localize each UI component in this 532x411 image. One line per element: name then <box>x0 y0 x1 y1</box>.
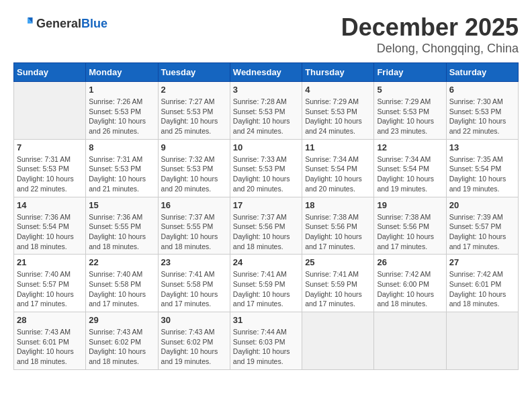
day-info: Sunrise: 7:27 AMSunset: 5:53 PMDaylight:… <box>161 97 227 136</box>
day-info: Sunrise: 7:31 AMSunset: 5:53 PMDaylight:… <box>89 154 154 194</box>
calendar-day-cell: 14Sunrise: 7:36 AMSunset: 5:54 PMDayligh… <box>14 197 86 255</box>
calendar-day-cell: 2Sunrise: 7:27 AMSunset: 5:53 PMDaylight… <box>158 82 230 140</box>
day-info: Sunrise: 7:43 AMSunset: 6:01 PMDaylight:… <box>17 327 83 367</box>
day-number: 11 <box>305 142 371 152</box>
day-number: 30 <box>161 315 227 325</box>
calendar-week-row: 7Sunrise: 7:31 AMSunset: 5:53 PMDaylight… <box>14 139 519 197</box>
calendar-day-cell: 31Sunrise: 7:44 AMSunset: 6:03 PMDayligh… <box>230 312 302 370</box>
day-number: 6 <box>449 85 515 95</box>
day-number: 18 <box>305 200 371 210</box>
calendar-week-row: 21Sunrise: 7:40 AMSunset: 5:57 PMDayligh… <box>14 255 519 312</box>
day-info: Sunrise: 7:43 AMSunset: 6:02 PMDaylight:… <box>161 327 227 367</box>
weekday-header-cell: Friday <box>374 63 446 82</box>
weekday-header-cell: Wednesday <box>230 63 302 82</box>
calendar-day-cell: 25Sunrise: 7:41 AMSunset: 5:59 PMDayligh… <box>302 255 374 312</box>
calendar-day-cell: 9Sunrise: 7:32 AMSunset: 5:53 PMDaylight… <box>158 139 230 197</box>
month-title: December 2025 <box>341 13 519 42</box>
day-info: Sunrise: 7:31 AMSunset: 5:53 PMDaylight:… <box>17 154 83 194</box>
calendar-day-cell: 3Sunrise: 7:28 AMSunset: 5:53 PMDaylight… <box>230 82 302 140</box>
calendar-body: 1Sunrise: 7:26 AMSunset: 5:53 PMDaylight… <box>14 82 519 370</box>
title-block: December 2025 Delong, Chongqing, China <box>341 13 519 56</box>
day-number: 10 <box>233 142 299 152</box>
calendar-day-cell: 29Sunrise: 7:43 AMSunset: 6:02 PMDayligh… <box>86 312 158 370</box>
day-number: 5 <box>377 85 443 95</box>
calendar-day-cell: 8Sunrise: 7:31 AMSunset: 5:53 PMDaylight… <box>86 139 158 197</box>
day-number: 21 <box>17 257 83 267</box>
day-info: Sunrise: 7:33 AMSunset: 5:53 PMDaylight:… <box>233 154 299 194</box>
day-number: 20 <box>449 200 515 210</box>
day-info: Sunrise: 7:37 AMSunset: 5:56 PMDaylight:… <box>233 212 299 252</box>
day-info: Sunrise: 7:41 AMSunset: 5:59 PMDaylight:… <box>233 269 299 309</box>
logo-icon <box>13 13 34 34</box>
day-number: 4 <box>305 85 371 95</box>
calendar-day-cell: 5Sunrise: 7:29 AMSunset: 5:53 PMDaylight… <box>374 82 446 140</box>
calendar-day-cell: 12Sunrise: 7:34 AMSunset: 5:54 PMDayligh… <box>374 139 446 197</box>
day-number: 7 <box>17 142 83 152</box>
calendar-day-cell <box>374 312 446 370</box>
day-info: Sunrise: 7:37 AMSunset: 5:55 PMDaylight:… <box>161 212 227 252</box>
day-number: 8 <box>89 142 154 152</box>
weekday-header-cell: Thursday <box>302 63 374 82</box>
day-number: 29 <box>89 315 154 325</box>
day-number: 23 <box>161 257 227 267</box>
day-number: 14 <box>17 200 83 210</box>
calendar-day-cell: 20Sunrise: 7:39 AMSunset: 5:57 PMDayligh… <box>446 197 518 255</box>
day-info: Sunrise: 7:29 AMSunset: 5:53 PMDaylight:… <box>377 97 443 136</box>
calendar-day-cell <box>302 312 374 370</box>
weekday-header-cell: Tuesday <box>158 63 230 82</box>
day-number: 27 <box>449 257 515 267</box>
day-info: Sunrise: 7:42 AMSunset: 6:00 PMDaylight:… <box>377 269 443 309</box>
calendar-day-cell: 24Sunrise: 7:41 AMSunset: 5:59 PMDayligh… <box>230 255 302 312</box>
day-number: 15 <box>89 200 154 210</box>
day-info: Sunrise: 7:29 AMSunset: 5:53 PMDaylight:… <box>305 97 371 136</box>
calendar-day-cell: 26Sunrise: 7:42 AMSunset: 6:00 PMDayligh… <box>374 255 446 312</box>
calendar-week-row: 1Sunrise: 7:26 AMSunset: 5:53 PMDaylight… <box>14 82 519 140</box>
calendar-day-cell: 6Sunrise: 7:30 AMSunset: 5:53 PMDaylight… <box>446 82 518 140</box>
day-info: Sunrise: 7:28 AMSunset: 5:53 PMDaylight:… <box>233 97 299 136</box>
day-info: Sunrise: 7:36 AMSunset: 5:54 PMDaylight:… <box>17 212 83 252</box>
day-info: Sunrise: 7:39 AMSunset: 5:57 PMDaylight:… <box>449 212 515 252</box>
day-number: 16 <box>161 200 227 210</box>
logo: GeneralBlue <box>13 13 107 34</box>
calendar-day-cell: 16Sunrise: 7:37 AMSunset: 5:55 PMDayligh… <box>158 197 230 255</box>
calendar-day-cell: 1Sunrise: 7:26 AMSunset: 5:53 PMDaylight… <box>86 82 158 140</box>
day-number: 24 <box>233 257 299 267</box>
day-number: 17 <box>233 200 299 210</box>
day-info: Sunrise: 7:36 AMSunset: 5:55 PMDaylight:… <box>89 212 154 252</box>
day-info: Sunrise: 7:41 AMSunset: 5:59 PMDaylight:… <box>305 269 371 309</box>
calendar-day-cell: 19Sunrise: 7:38 AMSunset: 5:56 PMDayligh… <box>374 197 446 255</box>
calendar-table: SundayMondayTuesdayWednesdayThursdayFrid… <box>13 62 519 370</box>
calendar-day-cell: 15Sunrise: 7:36 AMSunset: 5:55 PMDayligh… <box>86 197 158 255</box>
day-info: Sunrise: 7:43 AMSunset: 6:02 PMDaylight:… <box>89 327 154 367</box>
calendar-week-row: 28Sunrise: 7:43 AMSunset: 6:01 PMDayligh… <box>14 312 519 370</box>
day-info: Sunrise: 7:40 AMSunset: 5:58 PMDaylight:… <box>89 269 154 309</box>
day-number: 13 <box>449 142 515 152</box>
day-number: 19 <box>377 200 443 210</box>
logo-general-text: General <box>36 17 81 30</box>
day-number: 26 <box>377 257 443 267</box>
day-info: Sunrise: 7:40 AMSunset: 5:57 PMDaylight:… <box>17 269 83 309</box>
day-number: 25 <box>305 257 371 267</box>
calendar-day-cell: 21Sunrise: 7:40 AMSunset: 5:57 PMDayligh… <box>14 255 86 312</box>
day-info: Sunrise: 7:32 AMSunset: 5:53 PMDaylight:… <box>161 154 227 194</box>
calendar-day-cell: 7Sunrise: 7:31 AMSunset: 5:53 PMDaylight… <box>14 139 86 197</box>
day-info: Sunrise: 7:35 AMSunset: 5:54 PMDaylight:… <box>449 154 515 194</box>
calendar-day-cell: 22Sunrise: 7:40 AMSunset: 5:58 PMDayligh… <box>86 255 158 312</box>
day-info: Sunrise: 7:42 AMSunset: 6:01 PMDaylight:… <box>449 269 515 309</box>
calendar-day-cell: 13Sunrise: 7:35 AMSunset: 5:54 PMDayligh… <box>446 139 518 197</box>
day-number: 3 <box>233 85 299 95</box>
calendar-day-cell <box>446 312 518 370</box>
calendar-day-cell: 10Sunrise: 7:33 AMSunset: 5:53 PMDayligh… <box>230 139 302 197</box>
logo-blue-text: Blue <box>81 17 107 30</box>
calendar-week-row: 14Sunrise: 7:36 AMSunset: 5:54 PMDayligh… <box>14 197 519 255</box>
day-info: Sunrise: 7:38 AMSunset: 5:56 PMDaylight:… <box>377 212 443 252</box>
weekday-header-cell: Sunday <box>14 63 86 82</box>
day-info: Sunrise: 7:38 AMSunset: 5:56 PMDaylight:… <box>305 212 371 252</box>
calendar-day-cell: 23Sunrise: 7:41 AMSunset: 5:58 PMDayligh… <box>158 255 230 312</box>
weekday-header-row: SundayMondayTuesdayWednesdayThursdayFrid… <box>14 63 519 82</box>
day-info: Sunrise: 7:26 AMSunset: 5:53 PMDaylight:… <box>89 97 154 136</box>
weekday-header-cell: Monday <box>86 63 158 82</box>
day-info: Sunrise: 7:44 AMSunset: 6:03 PMDaylight:… <box>233 327 299 367</box>
calendar-day-cell: 4Sunrise: 7:29 AMSunset: 5:53 PMDaylight… <box>302 82 374 140</box>
page-header: GeneralBlue December 2025 Delong, Chongq… <box>13 13 519 56</box>
